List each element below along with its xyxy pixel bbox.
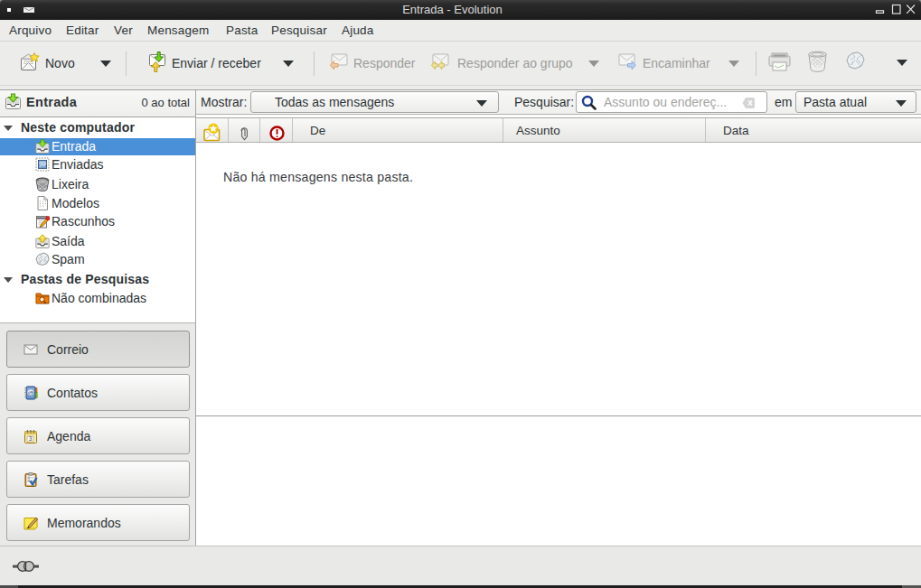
svg-text:3: 3: [29, 435, 33, 442]
svg-text:@: @: [27, 389, 34, 397]
